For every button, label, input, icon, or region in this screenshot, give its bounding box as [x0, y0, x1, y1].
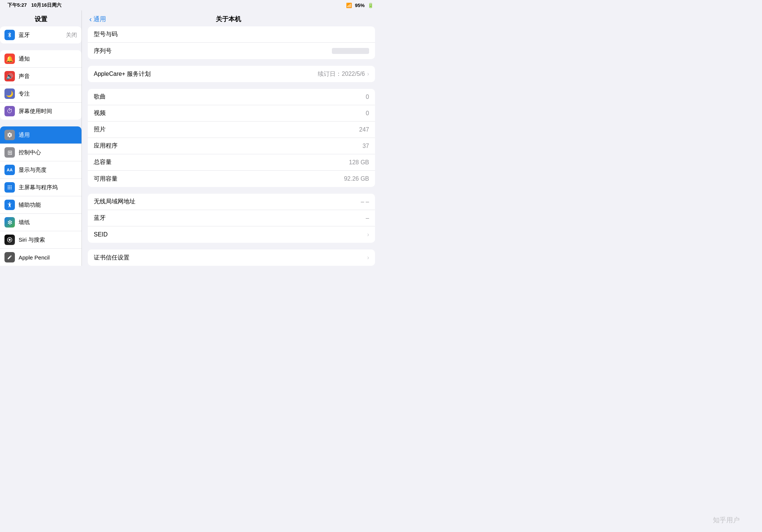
sounds-label: 声音	[19, 73, 77, 80]
sidebar-item-screen-time[interactable]: ⏱ 屏幕使用时间	[0, 103, 81, 120]
sidebar-item-focus[interactable]: 🌙 专注	[0, 85, 81, 103]
siri-label: Siri 与搜索	[19, 236, 77, 244]
sidebar-item-notifications[interactable]: 🔔 通知	[0, 50, 81, 68]
svg-point-8	[11, 188, 12, 190]
accessibility-icon	[4, 200, 15, 210]
applecare-value: 续订日：2022/5/6	[318, 70, 365, 78]
apple-pencil-icon	[4, 252, 15, 262]
general-label: 通用	[19, 132, 77, 139]
screen-time-icon: ⏱	[4, 106, 15, 116]
sidebar-item-general[interactable]: 通用	[0, 126, 81, 144]
seid-chevron-icon: ›	[367, 231, 369, 238]
sidebar-section-notifications: 🔔 通知 🔊 声音 🌙 专注 ⏱ 屏幕使用时间	[0, 50, 81, 120]
time: 下午5:27	[7, 2, 27, 9]
notifications-label: 通知	[19, 55, 77, 62]
applecare-row[interactable]: AppleCare+ 服务计划 续订日：2022/5/6 ›	[88, 66, 375, 82]
applecare-group[interactable]: AppleCare+ 服务计划 续订日：2022/5/6 ›	[88, 66, 375, 82]
siri-icon	[4, 235, 15, 245]
apps-value: 37	[362, 143, 369, 149]
available-capacity-label: 可用容量	[94, 175, 344, 183]
applecare-label: AppleCare+ 服务计划	[94, 70, 318, 78]
display-icon: AA	[4, 165, 15, 175]
apps-label: 应用程序	[94, 142, 362, 150]
display-label: 显示与亮度	[19, 167, 77, 174]
detail-title: 关于本机	[106, 15, 351, 23]
certificate-trust-chevron-icon: ›	[367, 254, 369, 261]
sidebar-item-wallpaper[interactable]: ❇ 墙纸	[0, 214, 81, 231]
detail-panel: ‹ 通用 关于本机 型号与码 序列号 Appl	[82, 10, 381, 266]
applecare-chevron-icon: ›	[367, 71, 369, 77]
detail-header: ‹ 通用 关于本机	[82, 10, 381, 26]
wifi-address-label: 无线局域网地址	[94, 198, 361, 206]
serial-number-label: 序列号	[94, 47, 332, 55]
apple-pencil-label: Apple Pencil	[19, 254, 77, 261]
network-group: 无线局域网地址 – – 蓝牙 – SEID ›	[88, 194, 375, 243]
serial-number-row: 序列号	[88, 43, 375, 59]
back-label: 通用	[93, 15, 106, 23]
certificate-trust-row[interactable]: 证书信任设置 ›	[88, 249, 375, 266]
bluetooth-address-row: 蓝牙 –	[88, 210, 375, 226]
svg-point-7	[9, 188, 10, 190]
status-bar: 下午5:27 10月16日周六 📶 95% 🔋	[0, 0, 381, 10]
total-capacity-value: 128 GB	[349, 159, 369, 166]
sounds-icon: 🔊	[4, 71, 15, 81]
control-center-label: 控制中心	[19, 149, 77, 156]
videos-label: 视频	[94, 109, 366, 117]
notifications-icon: 🔔	[4, 54, 15, 64]
svg-point-2	[11, 186, 12, 187]
sidebar-item-control-center[interactable]: ⊞ 控制中心	[0, 144, 81, 161]
sidebar-item-accessibility[interactable]: 辅助功能	[0, 196, 81, 214]
home-screen-label: 主屏幕与程序坞	[19, 184, 77, 191]
svg-point-6	[8, 188, 9, 190]
songs-label: 歌曲	[94, 93, 366, 101]
home-screen-icon	[4, 182, 15, 193]
svg-point-3	[8, 187, 9, 188]
sidebar: 设置 蓝牙 关闭 🔔 通知 🔊 声音 🌙 专注	[0, 10, 82, 266]
general-icon	[4, 130, 15, 140]
battery-percentage: 95%	[355, 3, 365, 8]
control-center-icon: ⊞	[4, 147, 15, 158]
svg-point-1	[9, 186, 10, 187]
serial-number-value	[332, 48, 369, 54]
bluetooth-icon	[4, 30, 15, 40]
serial-group: 型号与码 序列号	[88, 26, 375, 59]
total-capacity-label: 总容量	[94, 158, 349, 166]
certificate-trust-label: 证书信任设置	[94, 254, 365, 262]
wifi-icon: 📶	[346, 3, 352, 8]
svg-point-10	[9, 239, 10, 241]
bluetooth-label: 蓝牙	[19, 32, 62, 39]
wifi-address-value: – –	[361, 199, 369, 205]
videos-row: 视频 0	[88, 105, 375, 122]
battery-icon: 🔋	[368, 3, 374, 8]
songs-row: 歌曲 0	[88, 89, 375, 105]
sidebar-section-general: 通用 ⊞ 控制中心 AA 显示与亮度 主屏幕与程序坞 辅助功能	[0, 126, 81, 266]
seid-row[interactable]: SEID ›	[88, 226, 375, 243]
sidebar-item-sounds[interactable]: 🔊 声音	[0, 68, 81, 85]
sidebar-item-apple-pencil[interactable]: Apple Pencil	[0, 249, 81, 266]
sidebar-item-bluetooth[interactable]: 蓝牙 关闭	[0, 26, 81, 43]
photos-label: 照片	[94, 126, 359, 133]
svg-point-5	[11, 187, 12, 188]
sidebar-section-top: 蓝牙 关闭	[0, 26, 81, 43]
certificate-group[interactable]: 证书信任设置 ›	[88, 249, 375, 266]
available-capacity-row: 可用容量 92.26 GB	[88, 171, 375, 187]
bluetooth-address-value: –	[366, 215, 369, 222]
status-right: 📶 95% 🔋	[346, 3, 374, 8]
photos-value: 247	[359, 126, 369, 133]
screen-time-label: 屏幕使用时间	[19, 108, 77, 115]
back-button[interactable]: ‹ 通用	[89, 15, 106, 23]
photos-row: 照片 247	[88, 122, 375, 138]
media-group: 歌曲 0 视频 0 照片 247 应用程序 37 总容量 128 GB	[88, 89, 375, 187]
accessibility-label: 辅助功能	[19, 201, 77, 209]
sidebar-item-home-screen[interactable]: 主屏幕与程序坞	[0, 179, 81, 196]
detail-content: 型号与码 序列号 AppleCare+ 服务计划 续订日：2022/5/6 ›	[82, 26, 381, 266]
sidebar-item-display[interactable]: AA 显示与亮度	[0, 161, 81, 179]
sidebar-item-siri[interactable]: Siri 与搜索	[0, 231, 81, 249]
total-capacity-row: 总容量 128 GB	[88, 154, 375, 171]
focus-label: 专注	[19, 90, 77, 97]
bluetooth-value: 关闭	[66, 32, 77, 39]
svg-point-4	[9, 187, 10, 188]
main-layout: 设置 蓝牙 关闭 🔔 通知 🔊 声音 🌙 专注	[0, 10, 381, 266]
wallpaper-label: 墙纸	[19, 219, 77, 226]
date: 10月16日周六	[31, 2, 61, 9]
